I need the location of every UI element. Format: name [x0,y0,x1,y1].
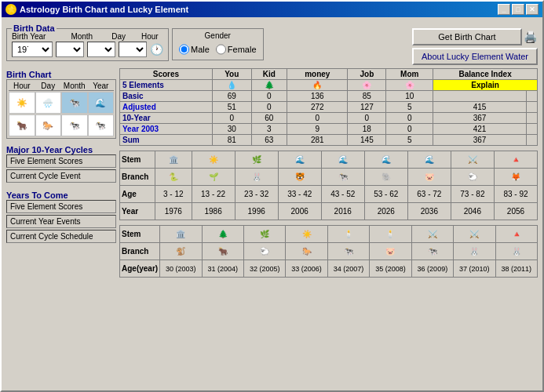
ytc-age-label: Age(year) [120,260,160,278]
yay-6: 36 (2009) [411,260,453,278]
basic-kid: 0 [251,91,287,102]
yay-0: 30 (2003) [160,260,202,278]
yb-1: 🐂 [202,243,243,260]
mb-5: 🐘 [364,169,407,186]
sum-you: 81 [212,135,251,146]
ma-3: 33 - 42 [278,186,321,203]
year2003-row-label: Year 2003 [120,124,213,135]
ms-1: ☀️ [192,151,235,169]
explain-button[interactable]: Explain [433,80,538,91]
my-6: 2036 [407,203,451,220]
year2003-balance: 421 [433,124,527,135]
maximize-button[interactable]: □ [512,4,524,15]
mb-8: 🦊 [494,169,537,186]
yb-0: 🐒 [160,243,202,260]
years-to-come-header: Years To Come [6,191,116,200]
current-cycle-event-button[interactable]: Current Cycle Event [6,169,116,183]
month-select[interactable]: 6 [56,42,84,57]
hour-select[interactable]: 12 [119,42,147,57]
yb-6: 🐄 [411,243,453,260]
adjusted-kid: 0 [251,102,287,113]
current-cycle-schedule-button[interactable]: Current Cycle Schedule [6,230,116,243]
five-element-scores-button[interactable]: Five Element Scores [6,154,116,168]
day-select[interactable]: 15 [87,42,115,57]
birth-year-select[interactable]: 1973 [12,42,53,57]
ma-0: 3 - 12 [155,186,192,203]
yay-2: 32 (2005) [243,260,285,278]
app-icon: ⭐ [5,4,16,15]
year2003-job: 18 [348,124,386,135]
fe-kid: 🌲 [251,80,287,91]
my-4: 2016 [321,203,364,220]
fe-money: 🔥 [287,80,348,91]
chart-cell-year-bot: 🐄 [88,114,115,136]
sum-row-label: Sum [120,135,213,146]
adjusted-mom: 5 [386,102,433,113]
basic-mom: 10 [386,91,433,102]
years-five-element-button[interactable]: Five Element Scores [6,200,116,213]
title-bar: ⭐ Astrology Birth Chart and Lucky Elemen… [2,2,542,17]
close-button[interactable]: ✕ [526,4,539,15]
basic-balance [433,91,527,102]
clock-icon: 🕐 [150,43,163,56]
minimize-button[interactable]: _ [498,4,510,15]
tenyear-mom: 0 [386,113,433,124]
current-year-events-button[interactable]: Current Year Events [6,215,116,228]
adjusted-money: 272 [287,102,348,113]
my-1: 1986 [192,203,235,220]
mb-2: 🐰 [235,169,278,186]
yay-3: 33 (2006) [286,260,327,278]
chart-cell-day-top: 🌧️ [35,92,62,114]
balance-col: Balance Index [433,69,538,80]
adjusted-balance: 415 [433,102,527,113]
sum-balance: 367 [433,135,527,146]
ms-8: 🔺 [494,151,537,169]
basic-row-label: Basic [120,91,213,102]
tenyear-row-label: 10-Year [120,113,213,124]
male-radio[interactable]: Male [179,42,210,57]
sum-job: 145 [348,135,386,146]
scores-table: Scores You Kid money Job Mom Balance Ind… [119,68,538,146]
get-birth-chart-button[interactable]: Get Birth Chart [412,28,522,45]
you-col: You [212,69,251,80]
sum-money: 281 [287,135,348,146]
my-3: 2006 [278,203,321,220]
yb-7: 🐰 [454,243,495,260]
about-lucky-button[interactable]: About Lucky Element Water [412,48,538,65]
ys-2: 🌿 [243,226,285,243]
kid-col: Kid [251,69,287,80]
chart-cell-year-top: 🌊 [88,92,115,114]
tenyear-you: 0 [212,113,251,124]
ms-6: 🌊 [407,151,451,169]
major-year-label: Year [120,203,155,220]
scores-col: Scores [120,69,213,80]
ms-3: 🌊 [278,151,321,169]
fe-mom: 🌸 [386,80,433,91]
main-window: ⭐ Astrology Birth Chart and Lucky Elemen… [0,0,544,392]
chart-cell-month-bot: 🐄 [61,114,88,136]
ms-2: 🌿 [235,151,278,169]
ms-5: 🌊 [364,151,407,169]
ms-7: ⚔️ [451,151,494,169]
month-col-header: Month [61,82,88,90]
yay-8: 38 (2011) [495,260,537,278]
hour-label: Hour [141,32,159,41]
my-8: 2056 [494,203,537,220]
mb-3: 🐯 [278,169,321,186]
female-radio[interactable]: Female [216,42,257,57]
birth-year-label: Birth Year [12,32,46,41]
year2003-kid: 3 [251,124,287,135]
basic-job: 85 [348,91,386,102]
ytc-stem-label: Stem [120,226,160,243]
ma-7: 73 - 82 [451,186,494,203]
day-label: Day [111,32,126,41]
ys-6: ⚔️ [411,226,453,243]
chart-icon: 🖨️ [524,31,537,43]
chart-cell-hour-bot: 🐂 [9,114,35,136]
yay-5: 35 (2008) [370,260,411,278]
major-age-label: Age [120,186,155,203]
ytc-branch-label: Branch [120,243,160,260]
tenyear-kid: 60 [251,113,287,124]
year-col-header: Year [88,82,115,90]
scrollbar-area [527,91,538,102]
